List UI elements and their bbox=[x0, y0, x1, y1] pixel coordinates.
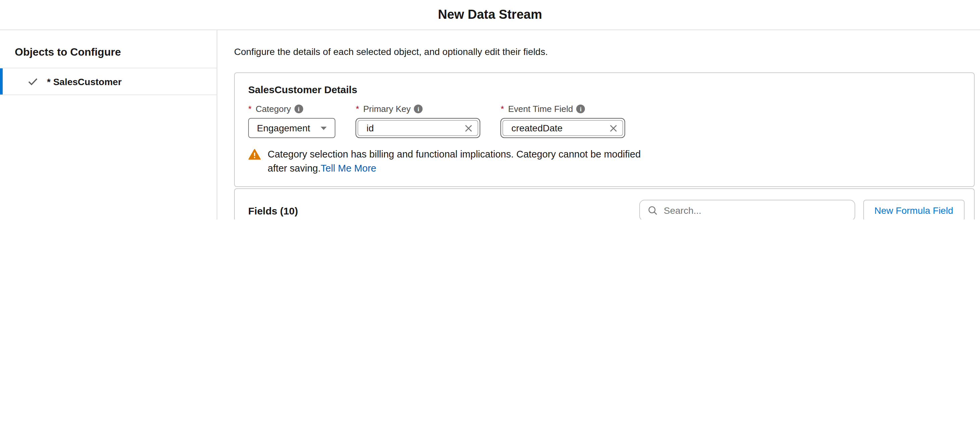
category-select[interactable]: Engagement bbox=[248, 118, 336, 138]
info-icon bbox=[294, 105, 303, 113]
info-icon bbox=[576, 105, 585, 113]
details-title: SalesCustomer Details bbox=[248, 84, 961, 95]
fields-title: Fields (10) bbox=[248, 205, 298, 216]
check-icon bbox=[28, 78, 38, 86]
objects-sidebar: Objects to Configure * SalesCustomer bbox=[0, 30, 217, 220]
event-time-input[interactable] bbox=[510, 122, 609, 134]
new-formula-field-button[interactable]: New Formula Field bbox=[863, 200, 964, 220]
page-header: New Data Stream bbox=[0, 0, 980, 30]
primary-key-field: * Primary Key bbox=[356, 104, 480, 138]
sidebar-title: Objects to Configure bbox=[0, 46, 217, 68]
sidebar-item-label: * SalesCustomer bbox=[47, 76, 122, 87]
event-time-label: Event Time Field bbox=[508, 104, 573, 114]
event-time-field: * Event Time Field bbox=[501, 104, 625, 138]
required-mark: * bbox=[501, 104, 504, 114]
sidebar-item-salescustomer[interactable]: * SalesCustomer bbox=[0, 68, 217, 95]
required-mark: * bbox=[248, 104, 251, 114]
tell-me-more-link[interactable]: Tell Me More bbox=[321, 163, 376, 174]
category-label: Category bbox=[256, 104, 291, 114]
search-box bbox=[639, 200, 855, 220]
warning-icon bbox=[248, 147, 261, 176]
primary-key-label: Primary Key bbox=[363, 104, 411, 114]
details-card: SalesCustomer Details * Category Engagem… bbox=[234, 72, 975, 187]
clear-icon[interactable] bbox=[609, 124, 619, 132]
new-data-stream-page: New Data Stream Objects to Configure * S… bbox=[0, 0, 980, 220]
warning-text: Category selection has billing and funct… bbox=[268, 147, 641, 176]
primary-key-input[interactable] bbox=[365, 122, 464, 134]
required-mark: * bbox=[356, 104, 359, 114]
info-icon bbox=[414, 105, 423, 113]
search-input[interactable] bbox=[662, 204, 846, 217]
category-field: * Category Engagement bbox=[248, 104, 336, 138]
clear-icon[interactable] bbox=[464, 124, 474, 132]
chevron-down-icon bbox=[321, 126, 327, 130]
main-panel: Configure the details of each selected o… bbox=[217, 30, 980, 220]
fields-card: Fields (10) New Formula Field bbox=[234, 189, 975, 220]
search-icon bbox=[648, 206, 657, 215]
page-title: New Data Stream bbox=[438, 7, 542, 22]
intro-text: Configure the details of each selected o… bbox=[234, 46, 975, 57]
category-value: Engagement bbox=[257, 123, 310, 133]
